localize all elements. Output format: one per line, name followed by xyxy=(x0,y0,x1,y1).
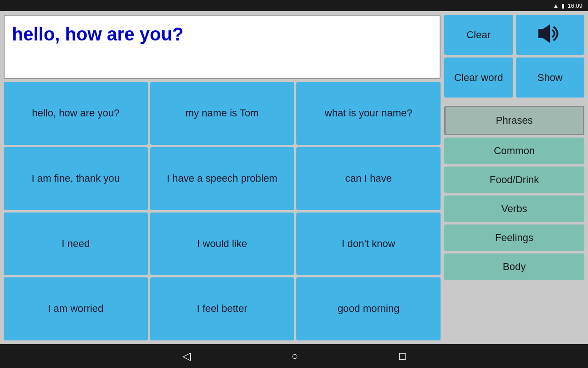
left-panel: hello, how are you? hello, how are you?m… xyxy=(4,15,441,340)
main-content: hello, how are you? hello, how are you?m… xyxy=(0,11,588,344)
phrase-btn-would-like[interactable]: I would like xyxy=(150,213,294,276)
phrase-btn-speech[interactable]: I have a speech problem xyxy=(150,147,294,210)
clear-button[interactable]: Clear xyxy=(444,15,513,55)
text-display-text: hello, how are you? xyxy=(12,23,183,45)
phrase-btn-fine[interactable]: I am fine, thank you xyxy=(4,147,148,210)
phrase-btn-good-morning[interactable]: good morning xyxy=(296,277,441,340)
phrase-btn-need[interactable]: I need xyxy=(4,213,148,276)
category-btn-feelings[interactable]: Feelings xyxy=(444,224,584,251)
recent-button[interactable]: □ xyxy=(399,350,406,362)
clear-word-button[interactable]: Clear word xyxy=(444,58,513,98)
category-btn-verbs[interactable]: Verbs xyxy=(444,196,584,222)
phrase-btn-worried[interactable]: I am worried xyxy=(4,277,148,340)
text-display: hello, how are you? xyxy=(4,15,441,79)
speaker-icon xyxy=(536,22,564,48)
separator xyxy=(444,100,584,103)
show-button[interactable]: Show xyxy=(516,58,585,98)
home-button[interactable]: ○ xyxy=(292,350,299,362)
phrase-btn-feel-better[interactable]: I feel better xyxy=(150,277,294,340)
phrase-btn-my-name[interactable]: my name is Tom xyxy=(150,82,294,145)
category-list: PhrasesCommonFood/DrinkVerbsFeelingsBody xyxy=(444,106,584,340)
category-btn-common[interactable]: Common xyxy=(444,138,584,164)
wifi-icon: ▲ xyxy=(553,2,559,9)
back-button[interactable]: ◁ xyxy=(182,350,191,362)
status-bar: ▲ ▮ 16:09 xyxy=(0,0,588,11)
phrase-btn-your-name[interactable]: what is your name? xyxy=(296,82,441,145)
nav-bar: ◁ ○ □ xyxy=(0,344,588,368)
category-btn-food-drink[interactable]: Food/Drink xyxy=(444,167,584,193)
top-buttons: Clear Clear word Show xyxy=(444,15,584,98)
category-btn-phrases[interactable]: Phrases xyxy=(444,106,584,135)
time-display: 16:09 xyxy=(567,2,582,9)
category-btn-body[interactable]: Body xyxy=(444,253,584,280)
speaker-button[interactable] xyxy=(516,15,585,55)
phrase-btn-hello[interactable]: hello, how are you? xyxy=(4,82,148,145)
phrase-btn-dont-know[interactable]: I don't know xyxy=(296,213,441,276)
svg-marker-0 xyxy=(538,24,550,43)
phrase-grid: hello, how are you?my name is Tomwhat is… xyxy=(4,82,441,340)
status-icons: ▲ ▮ 16:09 xyxy=(553,2,582,9)
right-panel: Clear Clear word Show PhrasesCommonFood/… xyxy=(444,15,584,340)
battery-icon: ▮ xyxy=(561,2,565,9)
phrase-btn-can-have[interactable]: can I have xyxy=(296,147,441,210)
